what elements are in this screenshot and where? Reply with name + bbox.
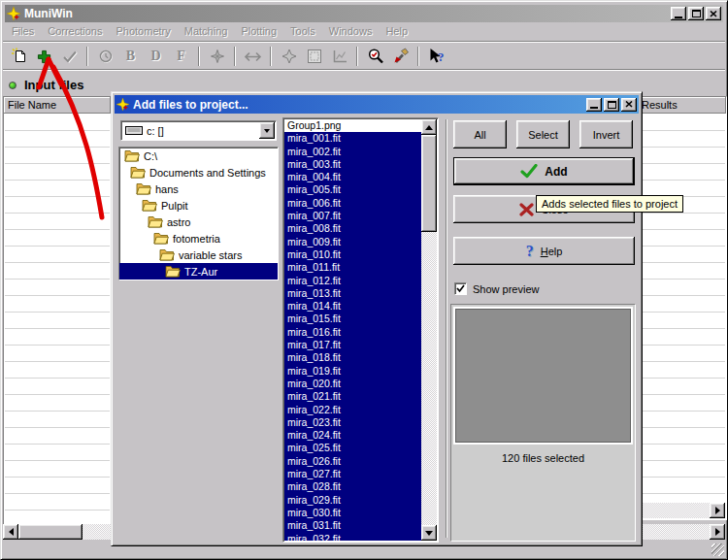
flat-correction-button: F — [169, 45, 193, 68]
file-item[interactable]: mira_005.fit — [284, 183, 421, 196]
file-item[interactable]: mira_007.fit — [284, 210, 421, 222]
dialog-minimize-button[interactable] — [586, 98, 602, 112]
tree-item[interactable]: Documents and Settings — [119, 164, 278, 181]
file-item[interactable]: mira_004.fit — [284, 171, 421, 183]
tree-item[interactable]: C:\ — [119, 148, 278, 164]
file-item[interactable]: mira_024.fit — [284, 429, 421, 442]
dialog-file-list[interactable]: Group1.pngmira_001.fitmira_002.fitmira_0… — [282, 117, 439, 543]
chart-icon — [332, 49, 347, 64]
drive-combobox[interactable]: c: [] — [120, 120, 277, 141]
tree-item[interactable]: astro — [119, 214, 278, 230]
menu-matching[interactable]: Matching — [178, 23, 235, 39]
file-item[interactable]: mira_001.fit — [284, 132, 421, 145]
combo-dropdown-button[interactable] — [259, 122, 275, 139]
context-help-button[interactable]: ? — [424, 45, 448, 68]
express-reduction-button[interactable] — [388, 45, 413, 68]
invert-button[interactable]: Invert — [579, 120, 633, 148]
file-item[interactable]: mira_013.fit — [284, 287, 421, 300]
file-item[interactable]: mira_010.fit — [284, 248, 421, 261]
scroll-left-button[interactable] — [3, 524, 18, 540]
file-item[interactable]: mira_025.fit — [284, 442, 421, 454]
tree-item-label: variable stars — [179, 249, 242, 261]
input-files-label: Input files — [9, 78, 83, 92]
file-item[interactable]: mira_022.fit — [284, 404, 421, 416]
input-files-list[interactable]: File Name — [3, 96, 112, 525]
add-files-dialog: Add files to project... c: [] C:\Documen… — [111, 91, 643, 546]
file-item[interactable]: mira_015.fit — [284, 313, 421, 325]
tree-item[interactable]: fotometria — [119, 230, 278, 247]
tooltip: Adds selected files to project — [536, 195, 683, 213]
minimize-icon — [675, 16, 682, 18]
file-item[interactable]: mira_026.fit — [284, 455, 421, 468]
folder-tree[interactable]: C:\Documents and SettingshansPulpitastro… — [118, 147, 279, 280]
double-arrow-icon — [244, 51, 262, 62]
file-item[interactable]: mira_021.fit — [284, 390, 421, 403]
file-item[interactable]: mira_029.fit — [284, 494, 421, 507]
bias-correction-button: B — [118, 45, 143, 68]
file-item[interactable]: mira_003.fit — [284, 158, 421, 171]
file-item[interactable]: mira_009.fit — [284, 236, 421, 248]
file-list-vscrollbar[interactable] — [421, 119, 437, 541]
menu-help[interactable]: Help — [379, 23, 414, 39]
scroll-down-button[interactable] — [421, 525, 437, 541]
file-item[interactable]: mira_032.fit — [284, 533, 421, 542]
file-item[interactable]: mira_006.fit — [284, 197, 421, 210]
tree-item[interactable]: TZ-Aur — [119, 263, 278, 280]
select-button[interactable]: Select — [516, 120, 570, 148]
vscroll-thumb[interactable] — [421, 135, 437, 232]
file-item[interactable]: mira_028.fit — [284, 480, 421, 493]
hscroll-thumb[interactable] — [18, 524, 83, 540]
file-item[interactable]: mira_031.fit — [284, 519, 421, 532]
tree-item[interactable]: hans — [119, 181, 278, 197]
dialog-maximize-button[interactable] — [604, 98, 619, 112]
results-column-header[interactable]: Results — [638, 97, 726, 114]
resize-grip[interactable] — [711, 544, 724, 556]
file-item[interactable]: mira_008.fit — [284, 222, 421, 235]
menu-corrections[interactable]: Corrections — [41, 23, 109, 39]
maximize-button[interactable] — [688, 7, 704, 20]
help-button[interactable]: ? Help — [453, 237, 635, 265]
scroll-right-button[interactable] — [710, 503, 725, 518]
file-item[interactable]: mira_011.fit — [284, 261, 421, 274]
all-button[interactable]: All — [453, 120, 507, 148]
show-preview-checkbox[interactable] — [454, 282, 467, 295]
menu-files[interactable]: Files — [5, 23, 41, 39]
file-item[interactable]: mira_014.fit — [284, 300, 421, 313]
folder-open-icon — [124, 149, 140, 162]
file-item[interactable]: mira_018.fit — [284, 351, 421, 364]
file-item[interactable]: mira_020.fit — [284, 378, 421, 390]
tree-item[interactable]: Pulpit — [119, 197, 278, 214]
file-item[interactable]: mira_027.fit — [284, 468, 421, 480]
file-item[interactable]: Group1.png — [284, 119, 421, 132]
arrow-up-icon — [425, 125, 433, 130]
close-button[interactable] — [706, 7, 721, 20]
new-project-button[interactable] — [7, 45, 31, 68]
file-name-column-header[interactable]: File Name — [4, 97, 111, 114]
menubar: FilesCorrectionsPhotometryMatchingPlotti… — [5, 22, 414, 40]
all-button-label: All — [474, 129, 485, 141]
results-list[interactable]: Results — [637, 96, 727, 520]
menu-photometry[interactable]: Photometry — [109, 23, 177, 39]
light-curve-button — [327, 45, 351, 68]
menu-windows[interactable]: Windows — [322, 23, 380, 39]
add-files-button[interactable] — [32, 45, 56, 68]
results-hscrollbar[interactable] — [639, 503, 725, 518]
file-item[interactable]: mira_002.fit — [284, 146, 421, 158]
file-item[interactable]: mira_030.fit — [284, 507, 421, 519]
dialog-close-button[interactable] — [621, 98, 637, 112]
find-variables-button[interactable] — [363, 45, 387, 68]
add-button[interactable]: Add — [453, 157, 635, 185]
minimize-button[interactable] — [671, 7, 686, 20]
file-item[interactable]: mira_016.fit — [284, 326, 421, 339]
folder-open-icon — [153, 232, 169, 245]
file-item[interactable]: mira_017.fit — [284, 339, 421, 351]
file-item[interactable]: mira_023.fit — [284, 416, 421, 429]
file-item[interactable]: mira_019.fit — [284, 365, 421, 378]
scroll-up-button[interactable] — [421, 119, 437, 135]
file-item[interactable]: mira_012.fit — [284, 275, 421, 287]
menu-tools[interactable]: Tools — [283, 23, 322, 39]
tree-item[interactable]: variable stars — [119, 247, 278, 263]
drive-combo-value: c: [] — [147, 125, 164, 137]
menu-plotting[interactable]: Plotting — [234, 23, 283, 39]
scroll-right-button[interactable] — [710, 524, 725, 540]
